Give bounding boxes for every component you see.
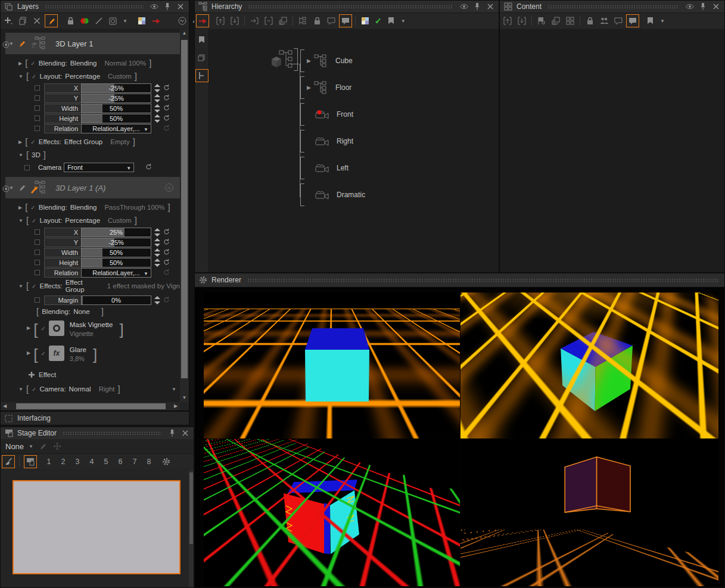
viewport-left-anaglyph[interactable] xyxy=(204,439,460,586)
expand-icon[interactable]: ▶ xyxy=(27,325,30,331)
bookmark-icon[interactable] xyxy=(387,16,396,26)
hierarchy-root-node[interactable] xyxy=(271,48,298,71)
layer-visibility-icon[interactable] xyxy=(1,40,11,49)
users-icon[interactable] xyxy=(599,16,609,26)
comment-filled-icon[interactable] xyxy=(341,16,350,26)
hierarchy-item-floor[interactable]: ▶ Floor xyxy=(300,76,351,99)
spinner-icon[interactable] xyxy=(154,295,161,305)
stack-layers-icon[interactable] xyxy=(278,16,288,26)
interfacing-panel[interactable]: Interfacing xyxy=(0,411,189,425)
reset-icon[interactable] xyxy=(163,248,170,257)
expand-arrow-icon[interactable]: ▶ xyxy=(307,58,312,64)
stage-slot-3[interactable]: 3 xyxy=(73,458,82,466)
hierarchy-item-right[interactable]: Right xyxy=(300,129,353,153)
reset-icon[interactable] xyxy=(163,94,170,103)
panel-drag-dots[interactable] xyxy=(248,5,453,9)
viewport-dramatic[interactable] xyxy=(460,439,718,586)
expand-icon[interactable]: ▶ xyxy=(18,139,22,145)
reset-icon[interactable] xyxy=(163,258,170,267)
width-checkbox[interactable] xyxy=(35,250,40,255)
pin-icon[interactable] xyxy=(163,2,172,11)
spinner-icon[interactable] xyxy=(154,104,161,113)
x-checkbox[interactable] xyxy=(35,85,40,91)
comment-filled-icon[interactable] xyxy=(628,16,637,26)
height-field-input[interactable]: 50% xyxy=(81,114,151,123)
y-field-input[interactable]: -25% xyxy=(81,94,151,103)
expand-arrow-icon[interactable]: ▶ xyxy=(307,85,312,91)
blending-section[interactable]: ▶[✓ Blending: Blending PassThrough 100%] xyxy=(1,201,180,214)
region-dropdown-icon[interactable]: ▼ xyxy=(123,18,127,24)
layers-vertical-scrollbar[interactable]: ▲ ▼ xyxy=(180,29,189,402)
height-field-input[interactable]: 50% xyxy=(81,258,151,267)
y-checkbox[interactable] xyxy=(35,239,40,245)
checkbox-checked-icon[interactable]: ✓ xyxy=(30,60,35,67)
gear-icon[interactable] xyxy=(161,457,171,466)
scroll-right-arrow[interactable]: ▶ xyxy=(172,402,180,410)
stage-editor-scrollbar[interactable] xyxy=(189,470,194,587)
stage-slot-1[interactable]: 1 xyxy=(45,458,53,466)
bookmark-icon[interactable] xyxy=(646,16,655,26)
spinner-icon[interactable] xyxy=(154,248,161,257)
content-empty-area[interactable] xyxy=(500,29,724,272)
x-checkbox[interactable] xyxy=(35,229,40,235)
scroll-up-arrow[interactable]: ▲ xyxy=(180,29,189,38)
camera-checkbox[interactable] xyxy=(24,165,30,170)
panel-drag-dots[interactable] xyxy=(45,5,144,9)
close-icon[interactable] xyxy=(486,2,495,11)
y-checkbox[interactable] xyxy=(35,95,40,101)
stage-slot-7[interactable]: 7 xyxy=(130,458,139,466)
checkbox-checked-icon[interactable]: ✓ xyxy=(41,350,45,357)
3d-section[interactable]: ▼[ 3D] xyxy=(1,148,180,161)
layout-section[interactable]: ▼[✓ Layout: Percentage Custom] xyxy=(1,70,180,83)
import-down-icon[interactable] xyxy=(517,16,527,26)
reset-icon[interactable] xyxy=(163,83,170,93)
delete-icon[interactable] xyxy=(32,16,42,26)
effects-section[interactable]: ▶[✓ Effects: Effect Group Empty] xyxy=(1,135,180,148)
collapse-icon[interactable]: ▼ xyxy=(18,387,23,392)
scrollbar-thumb[interactable] xyxy=(16,403,166,409)
checkbox-checked-icon[interactable]: ✓ xyxy=(41,325,45,332)
eye-icon[interactable] xyxy=(459,2,469,11)
pin-icon[interactable] xyxy=(698,2,708,11)
broom-clear-icon[interactable] xyxy=(4,457,13,466)
relation-dropdown[interactable]: RelationLayer,...▼ xyxy=(81,124,151,133)
bookmark-dropdown-icon[interactable]: ▼ xyxy=(660,18,665,24)
effect-item-glare[interactable]: ▶ [ ✓ fx Glare 3,8% ] xyxy=(27,343,180,368)
expand-icon[interactable]: ▶ xyxy=(27,350,30,356)
checkbox-checked-icon[interactable]: ✓ xyxy=(32,386,36,393)
scrollbar-thumb[interactable] xyxy=(181,40,188,378)
blending-section[interactable]: ▶[✓ Blending: Blending Normal 100%] xyxy=(1,57,180,70)
comment-icon[interactable] xyxy=(326,16,336,26)
effects-blending-section[interactable]: [ Blending: None ] xyxy=(1,305,180,318)
stage-selector-dropdown[interactable]: None xyxy=(5,442,24,451)
jump-red-arrow-icon[interactable] xyxy=(198,16,207,26)
spinner-icon[interactable] xyxy=(154,228,161,237)
x-field-input[interactable]: 25% xyxy=(81,228,151,237)
export-up-icon[interactable] xyxy=(216,16,225,26)
add-layer-button[interactable] xyxy=(4,16,13,26)
pages-tab-icon[interactable] xyxy=(197,53,207,63)
hierarchy-item-dramatic[interactable]: Dramatic xyxy=(300,183,365,207)
collapse-icon[interactable]: ▼ xyxy=(18,74,23,79)
width-field-input[interactable]: 50% xyxy=(81,248,151,257)
x-field-input[interactable]: -25% xyxy=(81,83,151,93)
stage-slot-8[interactable]: 8 xyxy=(145,458,153,466)
checkbox-checked-icon[interactable]: ✓ xyxy=(32,283,36,290)
layer-row-3d-layer-1a[interactable]: ▼ 3D Layer 1 (A) fx xyxy=(5,177,180,198)
reset-icon[interactable] xyxy=(163,114,170,123)
region-icon[interactable] xyxy=(108,16,118,26)
checkbox-checked-icon[interactable]: ✓ xyxy=(32,73,36,80)
height-checkbox[interactable] xyxy=(35,116,40,121)
scroll-left-arrow[interactable]: ◀ xyxy=(1,402,9,410)
spinner-icon[interactable] xyxy=(154,94,161,103)
relation-checkbox[interactable] xyxy=(35,270,40,275)
grid-view-icon[interactable] xyxy=(565,16,575,26)
reset-icon[interactable] xyxy=(145,163,153,172)
effects-section[interactable]: ▼[✓ Effects: Effect Group 1 effect maske… xyxy=(1,279,180,293)
panel-drag-dots[interactable] xyxy=(63,431,161,435)
stage-layout-icon[interactable] xyxy=(26,457,35,466)
bookmark-tab-icon[interactable] xyxy=(197,35,207,45)
spinner-icon[interactable] xyxy=(154,238,161,247)
slash-icon[interactable] xyxy=(94,16,104,26)
palette-icon[interactable] xyxy=(360,16,370,26)
